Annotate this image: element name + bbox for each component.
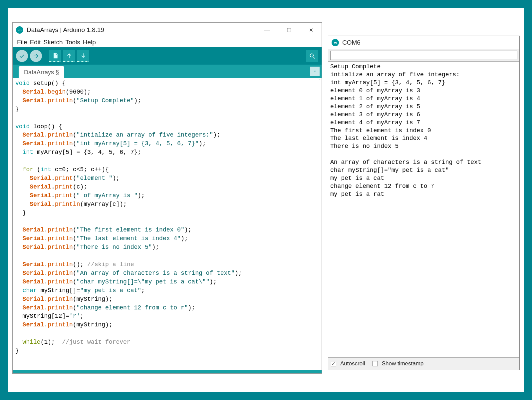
serial-titlebar: ∞ COM6	[328, 36, 519, 49]
scroll-up-icon[interactable]: ˆ	[319, 79, 320, 84]
serial-footer: ✓ Autoscroll Show timestamp	[328, 358, 519, 370]
serial-monitor-button[interactable]	[306, 50, 318, 62]
menu-help[interactable]: Help	[82, 39, 97, 46]
verify-button[interactable]	[16, 50, 28, 62]
autoscroll-label: Autoscroll	[340, 360, 365, 367]
ide-status-bar	[13, 370, 322, 373]
menu-tools[interactable]: Tools	[64, 39, 81, 46]
ide-title: DataArrays | Arduino 1.8.19	[27, 26, 104, 34]
serial-monitor-window: ∞ COM6 Setup Complete intialize an array…	[328, 36, 520, 370]
new-button[interactable]	[49, 50, 61, 62]
arrow-up-icon	[66, 52, 73, 59]
upload-button[interactable]	[30, 50, 42, 62]
chevron-down-icon	[313, 69, 317, 74]
serial-send-input[interactable]	[330, 51, 517, 60]
open-button[interactable]	[63, 50, 75, 62]
timestamp-label: Show timestamp	[382, 360, 424, 367]
arduino-logo-icon: ∞	[332, 39, 339, 46]
menu-edit[interactable]: Edit	[29, 39, 42, 46]
check-icon	[19, 53, 25, 59]
arduino-logo-icon: ∞	[16, 26, 23, 34]
minimize-button[interactable]: —	[263, 26, 271, 34]
tab-dataarrays[interactable]: DataArrays §	[19, 66, 64, 78]
code-editor[interactable]: ˆ void setup() { Serial.begin(9600); Ser…	[13, 78, 322, 370]
arduino-ide-window: ∞ DataArrays | Arduino 1.8.19 — ☐ ✕ File…	[12, 22, 322, 374]
svg-line-1	[313, 57, 315, 59]
menu-sketch[interactable]: Sketch	[42, 39, 64, 46]
maximize-button[interactable]: ☐	[285, 26, 293, 34]
close-button[interactable]: ✕	[307, 26, 315, 34]
menu-file[interactable]: File	[16, 39, 28, 46]
file-icon	[52, 52, 59, 59]
autoscroll-checkbox[interactable]: ✓	[331, 361, 336, 366]
magnifier-icon	[309, 53, 316, 59]
arrow-down-icon	[80, 52, 87, 59]
save-button[interactable]	[77, 50, 89, 62]
tab-dropdown-button[interactable]	[310, 67, 320, 76]
tab-strip: DataArrays §	[13, 65, 322, 78]
ide-toolbar	[13, 47, 322, 65]
ide-menubar: FileEditSketchToolsHelp	[13, 37, 322, 47]
serial-title: COM6	[342, 39, 361, 46]
ide-titlebar: ∞ DataArrays | Arduino 1.8.19 — ☐ ✕	[13, 23, 322, 37]
arrow-right-icon	[33, 53, 39, 59]
svg-point-0	[310, 54, 313, 57]
serial-output[interactable]: Setup Complete intialize an array of fiv…	[328, 61, 519, 358]
timestamp-checkbox[interactable]	[373, 361, 378, 366]
